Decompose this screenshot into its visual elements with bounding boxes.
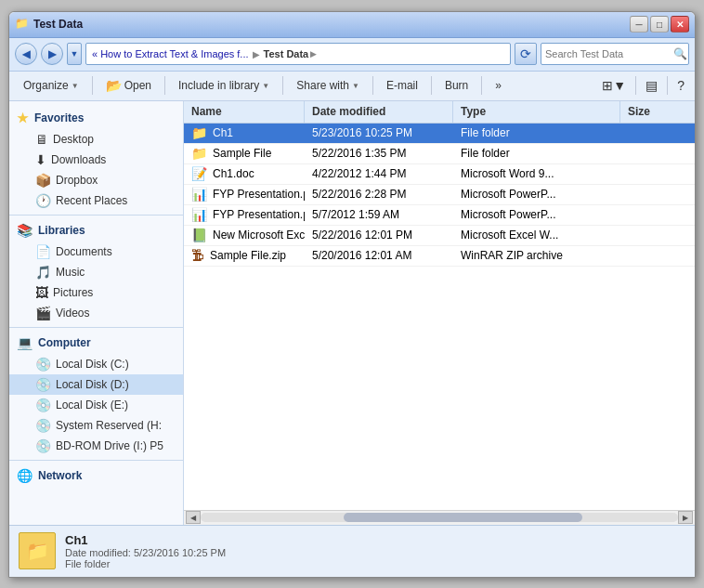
disk-c-label: Local Disk (C:) [56,358,129,371]
sidebar-item-music[interactable]: 🎵 Music [9,262,183,282]
search-box[interactable]: 🔍 [541,43,689,65]
status-date-label: Date modified: [65,547,131,558]
share-label: Share with [296,79,349,92]
word-icon: 📝 [191,166,207,181]
breadcrumb-part-1[interactable]: « How to Extract Text & Images f... [92,48,249,59]
file-list: 📁 Ch1 5/23/2016 10:25 PM File folder [184,124,695,510]
table-row[interactable]: 📝 Ch1.doc 4/22/2012 1:44 PM Microsoft Wo… [184,164,695,185]
toolbar: Organize ▼ 📂 Open Include in library ▼ S… [9,72,695,101]
close-button[interactable]: ✕ [671,16,689,33]
file-type: Microsoft PowerP... [461,188,555,201]
recent-locations-button[interactable]: ▼ [67,43,82,65]
file-date-cell: 5/22/2016 12:01 PM [305,229,453,242]
scrollbar-track[interactable] [201,513,678,522]
music-icon: 🎵 [35,265,51,280]
share-with-button[interactable]: Share with ▼ [288,73,368,98]
libraries-label: Libraries [38,224,85,237]
main-area: ★ Favorites 🖥 Desktop ⬇ Downloads 📦 Drop… [9,101,695,525]
search-input[interactable] [545,48,673,59]
col-header-name[interactable]: Name [184,101,305,123]
libraries-section: 📚 Libraries 📄 Documents 🎵 Music 🖼 Pictur… [9,219,183,323]
file-name-cell: 📊 FYP Presentation.ppt [184,187,305,202]
organize-button[interactable]: Organize ▼ [15,73,87,98]
favorites-header[interactable]: ★ Favorites [9,107,183,129]
breadcrumb-current[interactable]: Test Data [264,48,309,59]
libraries-header[interactable]: 📚 Libraries [9,219,183,242]
sidebar-item-videos[interactable]: 🎬 Videos [9,303,183,323]
file-name-cell: 🗜 Sample File.zip [184,248,305,263]
horizontal-scrollbar[interactable]: ◀ ▶ [184,510,695,525]
music-label: Music [56,266,85,279]
table-row[interactable]: 📁 Ch1 5/23/2016 10:25 PM File folder [184,124,695,144]
sidebar-item-pictures[interactable]: 🖼 Pictures [9,282,183,303]
sidebar-item-bdrom[interactable]: 💿 BD-ROM Drive (I:) P5 [9,436,183,456]
scroll-right-button[interactable]: ▶ [678,511,693,524]
sidebar-item-desktop[interactable]: 🖥 Desktop [9,129,183,150]
back-button[interactable]: ◀ [15,43,37,65]
table-row[interactable]: 📁 Sample File 5/22/2016 1:35 PM File fol… [184,144,695,164]
email-button[interactable]: E-mail [378,73,426,98]
file-type: File folder [461,147,510,160]
title-bar-controls: ─ □ ✕ [630,16,689,33]
sidebar-divider-2 [9,327,183,328]
table-row[interactable]: 📊 FYP Presentation.ppt 5/22/2016 2:28 PM… [184,185,695,205]
computer-label: Computer [38,336,91,349]
open-button[interactable]: 📂 Open [98,73,160,98]
file-type-cell: WinRAR ZIP archive [453,249,620,262]
recent-label: Recent Places [56,194,127,207]
file-list-header: Name Date modified Type Size [184,101,695,124]
email-label: E-mail [386,79,418,92]
bdrom-icon: 💿 [35,438,51,453]
burn-button[interactable]: Burn [437,73,476,98]
more-button[interactable]: » [487,73,510,98]
minimize-button[interactable]: ─ [630,16,648,33]
toolbar-sep-4 [372,76,373,95]
organize-arrow: ▼ [72,82,79,90]
sidebar: ★ Favorites 🖥 Desktop ⬇ Downloads 📦 Drop… [9,101,184,525]
table-row[interactable]: 🗜 Sample File.zip 5/20/2016 12:01 AM Win… [184,246,695,267]
col-header-size[interactable]: Size [620,101,695,123]
favorites-icon: ★ [17,111,29,125]
table-row[interactable]: 📗 New Microsoft Excel Worksheet.xlsx 5/2… [184,226,695,246]
scrollbar-thumb[interactable] [344,513,582,522]
views-button[interactable]: ⊞ ▼ [597,73,631,98]
breadcrumb: « How to Extract Text & Images f... ▶ Te… [92,48,317,59]
sidebar-item-documents[interactable]: 📄 Documents [9,242,183,262]
search-icon[interactable]: 🔍 [673,47,687,60]
dropbox-icon: 📦 [35,173,51,188]
sidebar-item-disk-e[interactable]: 💿 Local Disk (E:) [9,395,183,415]
refresh-button[interactable]: ⟳ [515,43,537,65]
forward-button[interactable]: ▶ [41,43,63,65]
views-icon: ⊞ [602,78,613,93]
file-type: Microsoft Excel W... [461,229,558,242]
sidebar-item-disk-c[interactable]: 💿 Local Disk (C:) [9,354,183,374]
sidebar-item-dropbox[interactable]: 📦 Dropbox [9,170,183,190]
sidebar-item-downloads[interactable]: ⬇ Downloads [9,150,183,170]
maximize-button[interactable]: □ [650,16,669,33]
libraries-icon: 📚 [17,223,33,238]
explorer-window: 📁 Test Data ─ □ ✕ ◀ ▶ ▼ « How to Extract… [8,11,696,578]
table-row[interactable]: 📊 FYP Presentation.pptx 5/7/2012 1:59 AM… [184,205,695,226]
help-button[interactable]: ? [672,73,689,98]
sidebar-item-disk-d[interactable]: 💿 Local Disk (D:) [9,374,183,395]
desktop-icon: 🖥 [35,132,48,147]
computer-header[interactable]: 💻 Computer [9,332,183,354]
file-date: 5/22/2016 12:01 PM [312,229,412,242]
network-header[interactable]: 🌐 Network [9,464,183,487]
col-header-type[interactable]: Type [453,101,620,123]
status-thumbnail: 📁 [19,532,56,569]
sidebar-item-recent-places[interactable]: 🕐 Recent Places [9,190,183,211]
desktop-label: Desktop [53,133,94,146]
include-label: Include in library [178,79,259,92]
recent-icon: 🕐 [35,193,51,208]
ppt-icon: 📊 [191,187,207,202]
col-header-date[interactable]: Date modified [305,101,453,123]
documents-label: Documents [56,245,112,258]
include-in-library-button[interactable]: Include in library ▼ [170,73,278,98]
title-bar: 📁 Test Data ─ □ ✕ [9,12,695,38]
toolbar-sep-2 [164,76,165,95]
scroll-left-button[interactable]: ◀ [186,511,201,524]
sidebar-item-system-reserved[interactable]: 💿 System Reserved (H: [9,415,183,436]
preview-pane-button[interactable]: ▤ [641,73,662,98]
address-path[interactable]: « How to Extract Text & Images f... ▶ Te… [85,43,511,65]
